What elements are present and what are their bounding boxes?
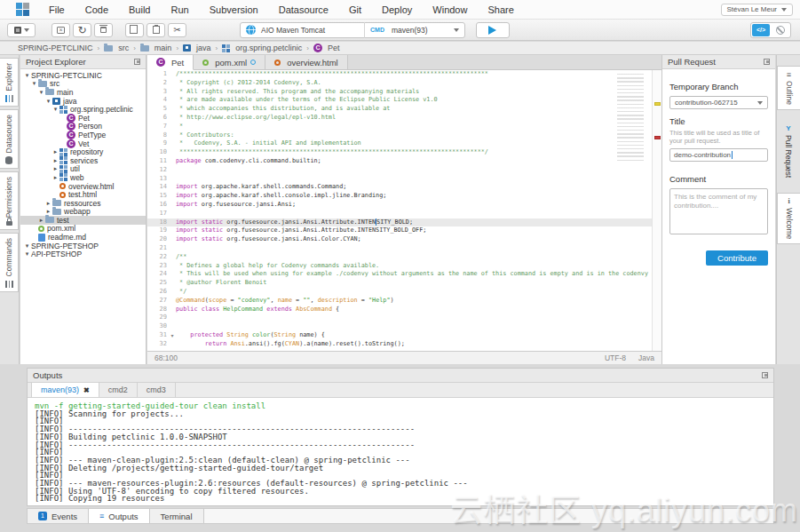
tree-item-test[interactable]: ▸test [20,216,146,225]
panel-tab-outline[interactable]: ≡ Outline [777,66,800,110]
chevron-right-icon[interactable]: ▸ [37,217,45,224]
menu-item-deploy[interactable]: Deploy [382,4,412,15]
code-line[interactable]: 12 [147,166,661,175]
output-tab-maven-93-[interactable]: maven(93)✖ [31,383,99,397]
code-line[interactable]: 11package com.codenvy.cli.command.builti… [147,157,661,166]
code-line[interactable]: 19import static org.fusesource.jansi.Ans… [147,226,661,235]
breadcrumb-item-spring-petclinic[interactable]: SPRING-PETCLINIC [18,44,93,52]
code-line[interactable]: 18import static org.fusesource.jansi.Ans… [147,218,661,227]
close-icon[interactable]: ✖ [83,386,90,394]
sidebar-tab-permissions[interactable]: Permissions [0,171,19,230]
close-project-button[interactable]: × [51,23,70,37]
code-line[interactable]: 9 * Codenvy, S.A. - initial API and impl… [147,139,661,148]
editor-tab-overview-html[interactable]: overview.html [265,55,348,69]
copy-button[interactable] [125,23,144,37]
code-line[interactable]: 15import org.apache.karaf.shell.console.… [147,192,661,201]
breadcrumb-item-main[interactable]: main [140,44,172,52]
console-output[interactable]: mvn -f getting-started-guided-tour clean… [28,398,773,503]
sidebar-tab-explorer[interactable]: Explorer [0,58,19,107]
bottom-tab-terminal[interactable]: Terminal [150,509,204,523]
tree-item-person[interactable]: CPerson [20,123,146,131]
menu-item-code[interactable]: Code [85,4,108,15]
tree-item-spring-petshop[interactable]: ▾SPRING-PETSHOP [20,242,146,250]
code-line[interactable]: 4 * are made available under the terms o… [147,96,661,105]
panel-tab-pull-request[interactable]: Y Pull Request [777,121,800,182]
chevron-down-icon[interactable]: ▾ [23,242,31,250]
code-line[interactable]: 29 [147,314,661,322]
code-line[interactable]: 1/**************************************… [147,70,661,79]
tree-item-readme-md[interactable]: readme.md [20,233,146,242]
tree-item-pom-xml[interactable]: pom.xml [20,225,146,234]
minimap[interactable] [617,74,644,163]
title-input[interactable]: demo-contribution [669,148,768,162]
offline-toggle[interactable] [772,24,789,36]
tree-item-pet[interactable]: CPet [20,114,146,123]
output-tab-cmd2[interactable]: cmd2 [99,383,138,397]
tree-item-ressources[interactable]: ▸ressources [20,199,146,208]
tree-item-repository[interactable]: ▸repository [20,147,146,156]
chevron-right-icon[interactable]: ▸ [51,157,59,164]
code-line[interactable]: 21 [147,244,661,253]
code-line[interactable]: 20import static org.fusesource.jansi.Ans… [147,235,661,244]
tree-item-services[interactable]: ▸services [20,156,146,165]
chevron-down-icon[interactable]: ▾ [23,250,31,258]
menu-item-git[interactable]: Git [349,4,361,15]
minimize-panel-icon[interactable] [762,372,768,378]
code-line[interactable]: 28public class HelpCommand extends AbsCo… [147,306,661,314]
menu-item-datasource[interactable]: Datasource [279,4,329,15]
run-button[interactable] [476,22,510,38]
code-line[interactable]: 10 *************************************… [147,148,661,157]
menu-item-run[interactable]: Run [171,4,189,15]
paste-button[interactable] [147,23,165,37]
code-line[interactable]: 22/** [147,253,661,262]
tree-item-java[interactable]: ▾java [20,97,146,106]
tree-item-org-spring-petclinic[interactable]: ▾org.spring.petclinic [20,105,146,114]
chevron-right-icon[interactable]: ▸ [44,208,52,215]
error-mark-icon[interactable] [654,136,661,139]
minimize-panel-icon[interactable] [134,59,140,65]
tree-item-overview-html[interactable]: overview.html [20,182,146,191]
breadcrumb-item-org-spring-petclinic[interactable]: org.spring.petclinic [222,44,302,52]
command-select[interactable]: maven(93) [392,26,454,35]
code-line[interactable]: 5 * which accompanies this distribution,… [147,105,661,114]
chevron-right-icon[interactable]: ▸ [44,200,52,207]
code-line[interactable]: 2 * Copyright (c) 2012-2014 Codenvy, S.A… [147,79,661,88]
menu-item-file[interactable]: File [49,4,65,15]
breadcrumb-item-pet[interactable]: CPet [313,44,340,52]
code-line[interactable]: 27@Command(scope = "codenvy", name = "",… [147,297,661,306]
code-view-toggle[interactable]: </> [752,24,770,36]
chevron-right-icon[interactable]: ▸ [51,174,59,181]
code-line[interactable]: 30 [147,322,661,331]
contribute-button[interactable]: Contribute [706,250,768,266]
panel-tab-welcome[interactable]: i Welcome [777,193,800,244]
code-line[interactable]: 25 * @author Florent Benoit [147,279,661,288]
code-area[interactable]: 1/**************************************… [147,70,661,351]
code-line[interactable]: 24 * This will be used when using for ex… [147,270,661,279]
output-tab-cmd3[interactable]: cmd3 [138,383,176,397]
sidebar-tab-commands[interactable]: Commands [0,233,19,291]
menu-item-window[interactable]: Window [432,4,467,15]
breadcrumb-item-src[interactable]: src [104,44,129,52]
code-line[interactable]: 26 */ [147,288,661,297]
code-line[interactable]: 7 * [147,123,661,131]
tree-item-web[interactable]: ▸web [20,173,146,182]
tree-item-vet[interactable]: CVet [20,139,146,148]
chevron-down-icon[interactable]: ▾ [51,106,59,113]
cut-button[interactable]: ✂ [168,23,186,37]
code-line[interactable]: 31▾ protected String color(String name) … [147,331,661,340]
fold-icon[interactable]: ▾ [169,332,176,338]
tree-item-src[interactable]: ▾src [20,80,146,89]
menu-item-subversion[interactable]: Subversion [210,4,258,15]
warning-mark-icon[interactable] [654,102,661,106]
editor-tab-pom-xml[interactable]: pom.xml [194,55,265,69]
codenvy-logo-icon[interactable] [16,3,29,16]
code-line[interactable]: 8 * Contributors: [147,131,661,140]
tree-item-util[interactable]: ▸util [20,165,146,174]
chevron-down-icon[interactable]: ▾ [37,89,45,96]
code-line[interactable]: 17 [147,210,661,218]
user-menu-button[interactable]: Stévan Le Meur [721,4,793,16]
menu-item-share[interactable]: Share [487,4,513,15]
chevron-right-icon[interactable]: ▸ [51,148,59,155]
tree-item-api-petshop[interactable]: ▾API-PETSHOP [20,250,146,258]
breadcrumb-item-java[interactable]: java [183,44,211,52]
